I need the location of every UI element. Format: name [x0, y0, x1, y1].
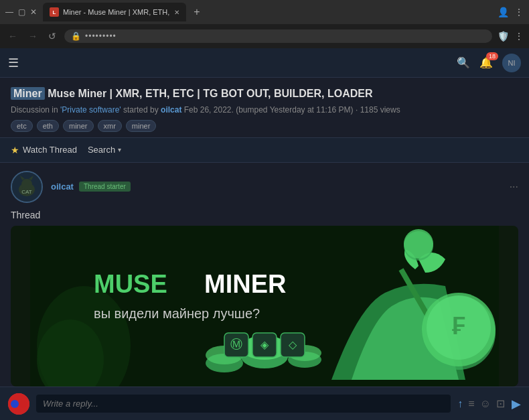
star-icon: ★	[11, 145, 19, 155]
chevron-down-icon: ▾	[118, 146, 121, 153]
tag-etc[interactable]: etc	[11, 120, 33, 132]
reply-bar: ↑ ≡ ☺ ⊡ ▶	[0, 387, 529, 420]
thread-date: Feb 26, 2022.	[184, 105, 234, 115]
new-tab-button[interactable]: +	[189, 4, 205, 20]
svg-text:MUSE: MUSE	[94, 270, 167, 298]
thread-starter-badge: Thread starter	[79, 182, 131, 192]
scroll-up-icon[interactable]: ↑	[457, 398, 463, 410]
post-area: CAT oilcat Thread starter ··· Thread	[0, 163, 529, 395]
profile-icon[interactable]: 👤	[498, 7, 509, 17]
post-more-button[interactable]: ···	[510, 181, 518, 193]
svg-text:вы видели майнер лучше?: вы видели майнер лучше?	[94, 306, 260, 321]
image-icon[interactable]: ⊡	[496, 397, 505, 410]
reply-user-avatar	[8, 393, 29, 415]
address-bar: ← → ↺ 🔒 ••••••••• 🛡️ ⋮	[0, 24, 529, 48]
tag-list: etc eth miner xmr miner	[11, 120, 518, 132]
title-bar: — ▢ ✕ L Miner - Muse Miner | XMR, ETH,..…	[0, 0, 529, 24]
emoji-icon[interactable]: ☺	[480, 398, 491, 410]
svg-text:MINER: MINER	[204, 270, 286, 298]
category-link[interactable]: 'Private software'	[60, 105, 121, 115]
svg-point-21	[404, 229, 433, 259]
views-count: 1185 views	[360, 105, 400, 115]
browser-menu-icon[interactable]: ⋮	[514, 31, 524, 42]
active-tab[interactable]: L Miner - Muse Miner | XMR, ETH,... ✕	[43, 3, 186, 21]
url-input-box[interactable]: 🔒 •••••••••	[64, 29, 492, 43]
reply-toolbar: ↑ ≡ ☺ ⊡	[457, 397, 505, 410]
tag-xmr[interactable]: xmr	[98, 120, 122, 132]
svg-text:◈: ◈	[260, 339, 269, 350]
svg-text:◇: ◇	[289, 339, 297, 350]
tag-eth[interactable]: eth	[37, 120, 59, 132]
list-icon[interactable]: ≡	[468, 398, 474, 410]
tab-favicon: L	[50, 7, 59, 17]
post-user-info: oilcat Thread starter	[51, 182, 131, 192]
close-button[interactable]: ✕	[29, 8, 37, 16]
tab-title: Miner - Muse Miner | XMR, ETH,...	[63, 8, 170, 16]
post-username[interactable]: oilcat	[51, 182, 74, 192]
avatar-image: CAT	[12, 172, 42, 202]
browser-chrome: — ▢ ✕ L Miner - Muse Miner | XMR, ETH,..…	[0, 0, 529, 48]
refresh-button[interactable]: ↺	[46, 29, 59, 43]
title-highlight: Miner	[11, 87, 45, 100]
search-label: Search	[88, 145, 115, 155]
search-thread-button[interactable]: Search ▾	[88, 145, 121, 155]
tag-miner-1[interactable]: miner	[63, 120, 94, 132]
page-content: ☰ 🔍 🔔 18 NI Miner Muse Miner | XMR, ETH,…	[0, 48, 529, 400]
thread-header: Miner Muse Miner | XMR, ETH, ETC | TG BO…	[0, 78, 529, 138]
notification-count: 18	[486, 52, 498, 60]
bumped-text: (bumped Yesterday at 11:16 PM)	[236, 105, 353, 115]
thread-actions: ★ Watch Thread Search ▾	[0, 138, 529, 163]
post-header: CAT oilcat Thread starter ···	[11, 171, 518, 203]
svg-text:₣: ₣	[452, 312, 465, 340]
top-navigation: ☰ 🔍 🔔 18 NI	[0, 48, 529, 78]
thread-title: Miner Muse Miner | XMR, ETH, ETC | TG BO…	[11, 87, 518, 101]
window-controls: — ▢ ✕	[5, 8, 37, 16]
title-rest: Muse Miner | XMR, ETH, ETC | TG BOT OUT,…	[48, 88, 372, 99]
user-avatar-top[interactable]: NI	[502, 54, 521, 72]
back-button[interactable]: ←	[5, 29, 20, 43]
author-link[interactable]: oilcat	[161, 105, 181, 115]
svg-point-33	[19, 400, 27, 408]
minimize-button[interactable]: —	[5, 8, 13, 16]
thread-meta: Discussion in 'Private software' started…	[11, 105, 518, 115]
svg-text:CAT: CAT	[21, 189, 32, 195]
hamburger-menu[interactable]: ☰	[8, 56, 19, 70]
extension-icon[interactable]: 🛡️	[498, 31, 509, 42]
svg-text:Ⓜ: Ⓜ	[230, 338, 242, 351]
thread-section-label: Thread	[11, 210, 518, 220]
browser-right-icons: 🛡️ ⋮	[498, 31, 524, 42]
forward-button[interactable]: →	[25, 29, 40, 43]
top-nav-right: 🔍 🔔 18 NI	[457, 54, 521, 72]
lock-icon: 🔒	[71, 31, 81, 41]
reply-input[interactable]	[36, 395, 451, 413]
maximize-button[interactable]: ▢	[17, 8, 25, 16]
url-text: •••••••••	[85, 31, 117, 41]
watch-thread-label: Watch Thread	[23, 145, 77, 155]
tag-miner-2[interactable]: miner	[126, 120, 157, 132]
post-avatar: CAT	[11, 171, 43, 203]
svg-point-2	[21, 179, 32, 190]
send-reply-button[interactable]: ▶	[512, 397, 521, 411]
watch-thread-button[interactable]: ★ Watch Thread	[11, 145, 77, 155]
post-banner-image: ₣ Ⓜ ◈ ◇ MUSE MINER вы видели майнер лучш…	[11, 226, 518, 387]
search-nav-icon[interactable]: 🔍	[457, 56, 470, 69]
tab-close-button[interactable]: ✕	[174, 9, 179, 16]
svg-point-32	[11, 400, 19, 408]
chrome-menu-icon[interactable]: ⋮	[514, 7, 524, 17]
notifications-button[interactable]: 🔔 18	[479, 56, 493, 69]
